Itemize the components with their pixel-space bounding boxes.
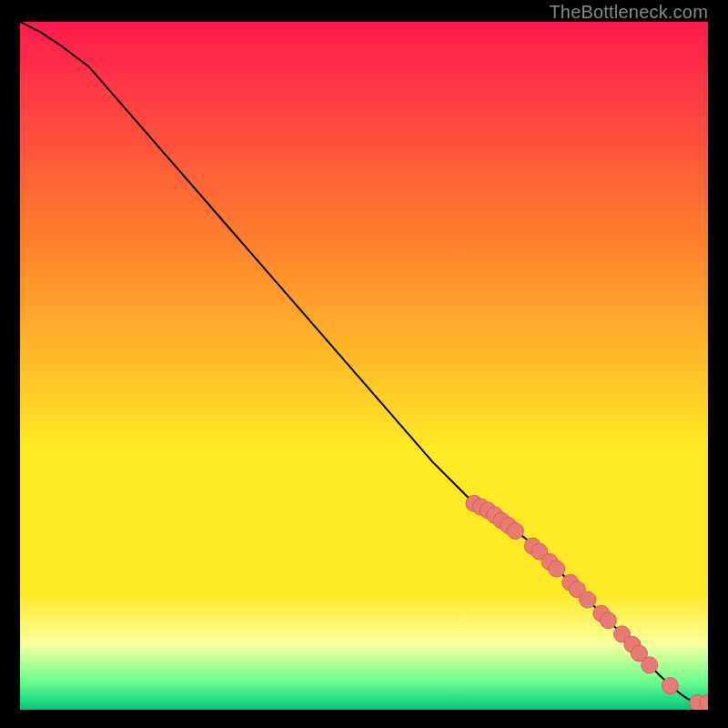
bottleneck-chart [20, 22, 708, 710]
data-marker [662, 678, 678, 694]
data-marker [507, 522, 523, 539]
data-marker [642, 657, 658, 673]
data-marker [600, 612, 616, 629]
attribution-label: TheBottleneck.com [549, 2, 708, 23]
data-marker [580, 592, 596, 608]
chart-frame: TheBottleneck.com [0, 0, 728, 728]
data-marker [549, 561, 565, 577]
